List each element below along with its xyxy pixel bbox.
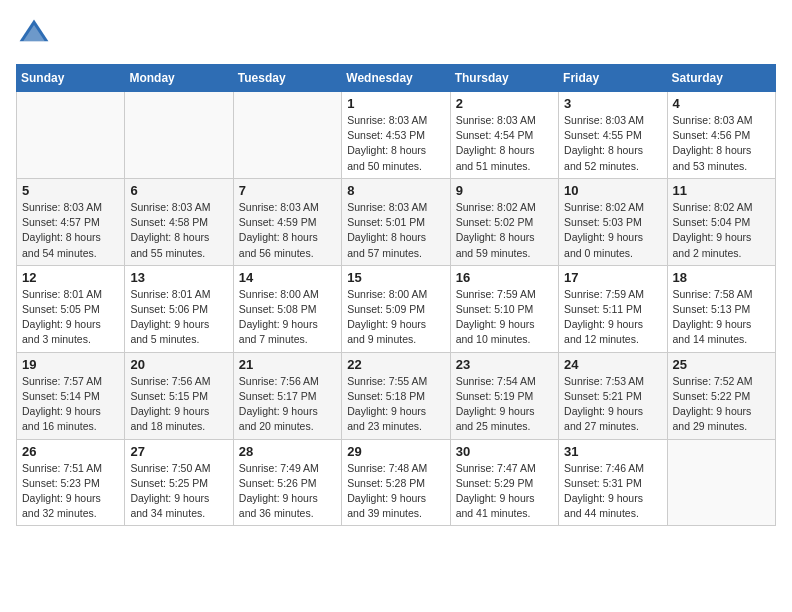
calendar-cell bbox=[125, 92, 233, 179]
column-header-tuesday: Tuesday bbox=[233, 65, 341, 92]
calendar-cell: 3Sunrise: 8:03 AMSunset: 4:55 PMDaylight… bbox=[559, 92, 667, 179]
day-info: Sunrise: 8:01 AMSunset: 5:05 PMDaylight:… bbox=[22, 287, 119, 348]
calendar-cell: 9Sunrise: 8:02 AMSunset: 5:02 PMDaylight… bbox=[450, 178, 558, 265]
day-number: 14 bbox=[239, 270, 336, 285]
column-header-thursday: Thursday bbox=[450, 65, 558, 92]
day-info: Sunrise: 8:00 AMSunset: 5:08 PMDaylight:… bbox=[239, 287, 336, 348]
calendar-table: SundayMondayTuesdayWednesdayThursdayFrid… bbox=[16, 64, 776, 526]
calendar-cell: 31Sunrise: 7:46 AMSunset: 5:31 PMDayligh… bbox=[559, 439, 667, 526]
day-number: 29 bbox=[347, 444, 444, 459]
calendar-cell: 12Sunrise: 8:01 AMSunset: 5:05 PMDayligh… bbox=[17, 265, 125, 352]
day-number: 17 bbox=[564, 270, 661, 285]
day-info: Sunrise: 8:03 AMSunset: 4:58 PMDaylight:… bbox=[130, 200, 227, 261]
day-info: Sunrise: 7:46 AMSunset: 5:31 PMDaylight:… bbox=[564, 461, 661, 522]
week-row-3: 12Sunrise: 8:01 AMSunset: 5:05 PMDayligh… bbox=[17, 265, 776, 352]
day-info: Sunrise: 7:51 AMSunset: 5:23 PMDaylight:… bbox=[22, 461, 119, 522]
calendar-cell bbox=[17, 92, 125, 179]
day-info: Sunrise: 8:03 AMSunset: 4:53 PMDaylight:… bbox=[347, 113, 444, 174]
day-info: Sunrise: 7:54 AMSunset: 5:19 PMDaylight:… bbox=[456, 374, 553, 435]
day-info: Sunrise: 7:59 AMSunset: 5:10 PMDaylight:… bbox=[456, 287, 553, 348]
day-number: 4 bbox=[673, 96, 770, 111]
calendar-cell bbox=[233, 92, 341, 179]
calendar-cell bbox=[667, 439, 775, 526]
day-number: 8 bbox=[347, 183, 444, 198]
calendar-cell: 13Sunrise: 8:01 AMSunset: 5:06 PMDayligh… bbox=[125, 265, 233, 352]
day-info: Sunrise: 8:03 AMSunset: 4:57 PMDaylight:… bbox=[22, 200, 119, 261]
day-number: 19 bbox=[22, 357, 119, 372]
day-number: 15 bbox=[347, 270, 444, 285]
day-number: 3 bbox=[564, 96, 661, 111]
day-number: 22 bbox=[347, 357, 444, 372]
day-info: Sunrise: 7:53 AMSunset: 5:21 PMDaylight:… bbox=[564, 374, 661, 435]
day-number: 5 bbox=[22, 183, 119, 198]
day-info: Sunrise: 7:57 AMSunset: 5:14 PMDaylight:… bbox=[22, 374, 119, 435]
calendar-cell: 4Sunrise: 8:03 AMSunset: 4:56 PMDaylight… bbox=[667, 92, 775, 179]
header-row: SundayMondayTuesdayWednesdayThursdayFrid… bbox=[17, 65, 776, 92]
day-info: Sunrise: 7:48 AMSunset: 5:28 PMDaylight:… bbox=[347, 461, 444, 522]
calendar-cell: 15Sunrise: 8:00 AMSunset: 5:09 PMDayligh… bbox=[342, 265, 450, 352]
day-info: Sunrise: 7:49 AMSunset: 5:26 PMDaylight:… bbox=[239, 461, 336, 522]
calendar-cell: 7Sunrise: 8:03 AMSunset: 4:59 PMDaylight… bbox=[233, 178, 341, 265]
calendar-cell: 14Sunrise: 8:00 AMSunset: 5:08 PMDayligh… bbox=[233, 265, 341, 352]
day-number: 6 bbox=[130, 183, 227, 198]
day-number: 27 bbox=[130, 444, 227, 459]
day-number: 25 bbox=[673, 357, 770, 372]
logo bbox=[16, 16, 58, 52]
calendar-cell: 20Sunrise: 7:56 AMSunset: 5:15 PMDayligh… bbox=[125, 352, 233, 439]
day-info: Sunrise: 7:58 AMSunset: 5:13 PMDaylight:… bbox=[673, 287, 770, 348]
calendar-cell: 2Sunrise: 8:03 AMSunset: 4:54 PMDaylight… bbox=[450, 92, 558, 179]
day-number: 10 bbox=[564, 183, 661, 198]
day-info: Sunrise: 8:03 AMSunset: 5:01 PMDaylight:… bbox=[347, 200, 444, 261]
calendar-cell: 29Sunrise: 7:48 AMSunset: 5:28 PMDayligh… bbox=[342, 439, 450, 526]
calendar-cell: 27Sunrise: 7:50 AMSunset: 5:25 PMDayligh… bbox=[125, 439, 233, 526]
week-row-4: 19Sunrise: 7:57 AMSunset: 5:14 PMDayligh… bbox=[17, 352, 776, 439]
column-header-friday: Friday bbox=[559, 65, 667, 92]
day-info: Sunrise: 7:59 AMSunset: 5:11 PMDaylight:… bbox=[564, 287, 661, 348]
calendar-cell: 16Sunrise: 7:59 AMSunset: 5:10 PMDayligh… bbox=[450, 265, 558, 352]
calendar-cell: 28Sunrise: 7:49 AMSunset: 5:26 PMDayligh… bbox=[233, 439, 341, 526]
calendar-cell: 6Sunrise: 8:03 AMSunset: 4:58 PMDaylight… bbox=[125, 178, 233, 265]
column-header-sunday: Sunday bbox=[17, 65, 125, 92]
calendar-cell: 8Sunrise: 8:03 AMSunset: 5:01 PMDaylight… bbox=[342, 178, 450, 265]
day-number: 9 bbox=[456, 183, 553, 198]
day-info: Sunrise: 7:47 AMSunset: 5:29 PMDaylight:… bbox=[456, 461, 553, 522]
calendar-cell: 30Sunrise: 7:47 AMSunset: 5:29 PMDayligh… bbox=[450, 439, 558, 526]
page-header bbox=[16, 16, 776, 52]
calendar-cell: 21Sunrise: 7:56 AMSunset: 5:17 PMDayligh… bbox=[233, 352, 341, 439]
calendar-cell: 5Sunrise: 8:03 AMSunset: 4:57 PMDaylight… bbox=[17, 178, 125, 265]
week-row-1: 1Sunrise: 8:03 AMSunset: 4:53 PMDaylight… bbox=[17, 92, 776, 179]
calendar-cell: 18Sunrise: 7:58 AMSunset: 5:13 PMDayligh… bbox=[667, 265, 775, 352]
day-number: 12 bbox=[22, 270, 119, 285]
day-info: Sunrise: 8:01 AMSunset: 5:06 PMDaylight:… bbox=[130, 287, 227, 348]
calendar-cell: 22Sunrise: 7:55 AMSunset: 5:18 PMDayligh… bbox=[342, 352, 450, 439]
day-number: 13 bbox=[130, 270, 227, 285]
calendar-cell: 23Sunrise: 7:54 AMSunset: 5:19 PMDayligh… bbox=[450, 352, 558, 439]
day-number: 30 bbox=[456, 444, 553, 459]
day-info: Sunrise: 8:03 AMSunset: 4:56 PMDaylight:… bbox=[673, 113, 770, 174]
day-number: 18 bbox=[673, 270, 770, 285]
day-info: Sunrise: 8:03 AMSunset: 4:55 PMDaylight:… bbox=[564, 113, 661, 174]
day-number: 26 bbox=[22, 444, 119, 459]
day-number: 2 bbox=[456, 96, 553, 111]
day-number: 31 bbox=[564, 444, 661, 459]
calendar-cell: 25Sunrise: 7:52 AMSunset: 5:22 PMDayligh… bbox=[667, 352, 775, 439]
day-number: 21 bbox=[239, 357, 336, 372]
day-info: Sunrise: 8:00 AMSunset: 5:09 PMDaylight:… bbox=[347, 287, 444, 348]
week-row-2: 5Sunrise: 8:03 AMSunset: 4:57 PMDaylight… bbox=[17, 178, 776, 265]
day-info: Sunrise: 8:03 AMSunset: 4:59 PMDaylight:… bbox=[239, 200, 336, 261]
calendar-cell: 24Sunrise: 7:53 AMSunset: 5:21 PMDayligh… bbox=[559, 352, 667, 439]
day-info: Sunrise: 8:02 AMSunset: 5:03 PMDaylight:… bbox=[564, 200, 661, 261]
logo-icon bbox=[16, 16, 52, 52]
day-number: 23 bbox=[456, 357, 553, 372]
calendar-cell: 1Sunrise: 8:03 AMSunset: 4:53 PMDaylight… bbox=[342, 92, 450, 179]
calendar-cell: 19Sunrise: 7:57 AMSunset: 5:14 PMDayligh… bbox=[17, 352, 125, 439]
day-number: 28 bbox=[239, 444, 336, 459]
calendar-cell: 11Sunrise: 8:02 AMSunset: 5:04 PMDayligh… bbox=[667, 178, 775, 265]
day-info: Sunrise: 8:03 AMSunset: 4:54 PMDaylight:… bbox=[456, 113, 553, 174]
day-info: Sunrise: 7:55 AMSunset: 5:18 PMDaylight:… bbox=[347, 374, 444, 435]
day-number: 7 bbox=[239, 183, 336, 198]
calendar-cell: 26Sunrise: 7:51 AMSunset: 5:23 PMDayligh… bbox=[17, 439, 125, 526]
column-header-wednesday: Wednesday bbox=[342, 65, 450, 92]
calendar-cell: 10Sunrise: 8:02 AMSunset: 5:03 PMDayligh… bbox=[559, 178, 667, 265]
day-number: 20 bbox=[130, 357, 227, 372]
